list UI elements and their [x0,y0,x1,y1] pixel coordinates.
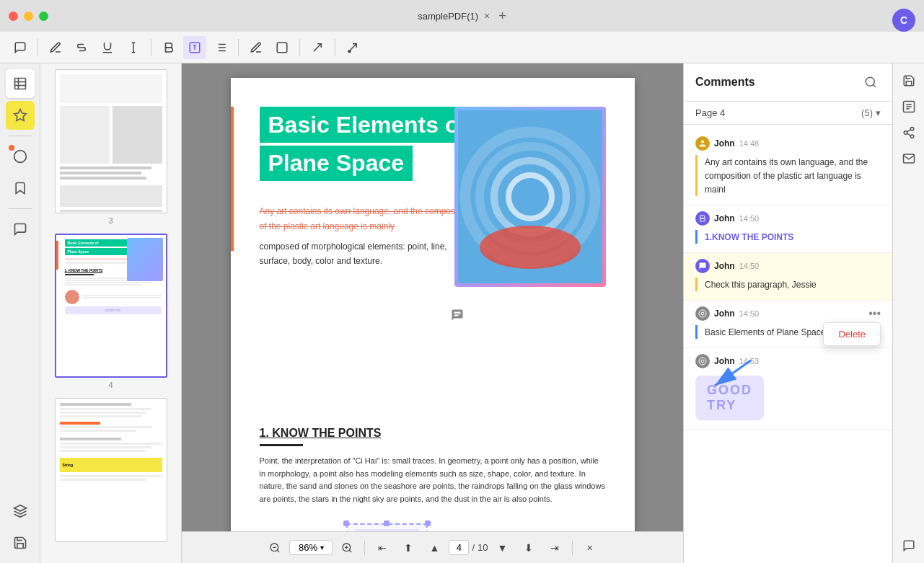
comment-2-time: 14:50 [739,214,760,223]
text-bold-tool-button[interactable] [157,36,180,59]
sidebar-pages-icon[interactable] [6,69,35,98]
sidebar-layers-icon[interactable] [6,497,35,526]
svg-point-40 [701,312,704,315]
delete-comment-button[interactable]: Delete [824,323,880,345]
tab-close-button[interactable]: × [484,10,490,22]
comment-3-text: Check this paragraph, Jessie [705,280,817,290]
svg-point-15 [348,50,351,52]
sidebar-comment-icon[interactable] [6,215,35,244]
svg-point-47 [910,128,914,131]
comments-search-button[interactable] [861,72,881,92]
page-info-count[interactable]: (5) ▾ [861,107,881,118]
selection-handle-tr[interactable] [425,520,431,526]
svg-line-50 [907,133,910,136]
bottom-separator [364,541,365,555]
comments-count: (5) [861,107,873,118]
toolbar-separator-2 [151,39,151,56]
rectangle-tool-button[interactable] [270,36,294,59]
sidebar-divider-1 [9,136,32,136]
close-nav-button[interactable]: × [578,536,602,559]
strikethrough-tool-button[interactable] [70,36,93,59]
page-total: 10 [478,542,488,553]
zoom-in-button[interactable] [335,536,358,559]
svg-point-41 [699,358,706,365]
selection-handle-tm[interactable] [384,520,390,526]
thumbnail-item-5[interactable]: String [55,398,167,545]
tab-label: samplePDF(1) [418,11,478,22]
comment-item-4: John 14:50 ••• Basic Elements of Plane S… [684,301,892,348]
svg-marker-22 [14,505,26,511]
list-tool-button[interactable] [209,36,232,59]
arrow-tool-button[interactable] [306,36,329,59]
pdf-title-line1: Basic Elements of [260,107,476,143]
nav-next-big-button[interactable]: ⬇ [517,536,540,559]
save-doc-icon[interactable] [897,69,920,92]
nav-first-button[interactable]: ⇤ [371,536,394,559]
text-box-tool-button[interactable] [183,36,206,59]
minimize-window-button[interactable] [24,12,33,21]
comment-1-author: John [714,138,735,148]
pen-tool-button[interactable] [44,36,67,59]
more-tools-button[interactable] [341,36,364,59]
maximize-window-button[interactable] [39,12,48,21]
svg-line-37 [873,84,875,87]
chat-icon[interactable] [897,534,920,557]
thumbnail-item-3[interactable]: 3 [55,69,167,225]
pdf-convert-icon[interactable] [897,95,920,118]
sidebar-highlight-icon[interactable] [6,101,35,130]
nav-next-button[interactable]: ▼ [491,536,514,559]
thumbnail-frame-4[interactable]: Basic Elements of Plane Space 1. KNOW TH… [55,234,167,378]
pdf-section1-body: Point, the interpretation of "Ci Hai" is… [260,455,606,505]
comment-1-avatar [695,136,710,151]
pdf-strikethrough-block: Any art contains its own language, and t… [260,204,476,233]
comments-page-info: Page 4 (5) ▾ [684,102,892,125]
thumbnail-item-4[interactable]: Basic Elements of Plane Space 1. KNOW TH… [55,234,167,389]
svg-rect-16 [14,79,25,89]
zoom-value-display[interactable]: 86% ▾ [289,540,333,555]
svg-line-51 [907,130,910,132]
nav-last-button[interactable]: ⇥ [543,536,566,559]
comment-1-time: 14:48 [739,139,760,148]
sidebar-dot-icon[interactable] [6,142,35,171]
comment-3-avatar [695,259,710,273]
thumbnail-frame-3[interactable] [55,69,167,213]
nav-prev-button[interactable]: ▲ [423,536,446,559]
bottom-toolbar: 86% ▾ ⇤ ⬆ ▲ / [182,531,683,563]
comment-3-time: 14:50 [739,262,760,270]
comment-tool-button[interactable] [9,36,32,59]
page-current-input[interactable] [449,540,469,555]
selection-handle-tl[interactable] [343,520,349,526]
comment-1-text: Any art contains its own language, and t… [705,157,868,195]
pdf-body-text-1: composed of morphological elements: poin… [260,239,476,268]
comment-5-avatar [695,354,710,368]
pdf-section1-title: 1. KNOW THE POINTS [260,427,606,446]
right-icons-panel [892,63,924,563]
comment-item-3: John 14:50 Check this paragraph, Jessie [684,253,892,301]
sidebar-bookmark-icon[interactable] [6,174,35,203]
tab-add-button[interactable]: + [498,9,506,24]
svg-point-36 [866,77,874,86]
comment-5-sticker-container: GOODTRY [695,373,881,420]
close-window-button[interactable] [9,12,18,21]
highlight-tool-button[interactable] [245,36,268,59]
sidebar-save-icon[interactable] [6,528,35,557]
text-cursor-tool-button[interactable] [122,36,145,59]
email-icon[interactable] [897,147,920,170]
comment-5-time: 14:53 [739,357,760,365]
zoom-out-button[interactable] [263,536,286,559]
right-panel: Comments Page 4 (5) ▾ [683,63,892,563]
comment-4-text: Basic Elements of Plane Space [705,327,825,337]
nav-prev-big-button[interactable]: ⬆ [397,536,420,559]
comment-more-button[interactable]: ••• [868,307,881,320]
thumbnail-frame-5[interactable]: String [55,398,167,542]
svg-point-38 [701,141,704,143]
pdf-title-line2: Plane Space [260,146,413,181]
expand-icon[interactable]: ▾ [876,107,881,118]
comment-item-5: John 14:53 GOODTRY [684,348,892,430]
share-icon[interactable] [897,121,920,144]
user-avatar[interactable]: C [892,9,915,32]
page-info-label: Page 4 [695,107,725,118]
underline-tool-button[interactable] [96,36,119,59]
toolbar-separator-3 [238,39,239,56]
comment-5-header: John 14:53 [695,354,881,368]
